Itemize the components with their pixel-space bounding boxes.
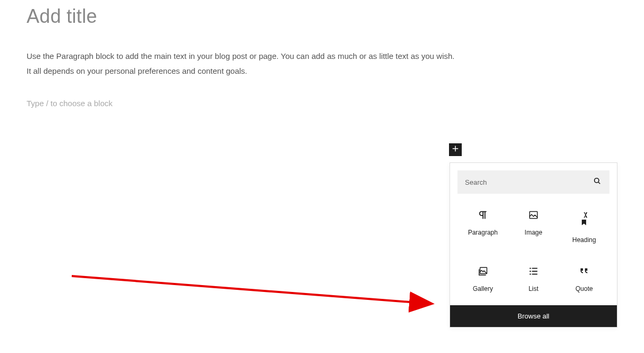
svg-rect-7 bbox=[530, 271, 531, 272]
plus-icon bbox=[451, 144, 460, 156]
search-box[interactable] bbox=[457, 170, 609, 194]
empty-block-placeholder[interactable]: Type / to choose a block bbox=[27, 99, 617, 108]
block-label: Paragraph bbox=[468, 229, 498, 236]
svg-rect-10 bbox=[532, 274, 537, 275]
paragraph-line: Use the Paragraph block to add the main … bbox=[27, 51, 454, 61]
block-inserter-popover: Paragraph Image Heading Gallery bbox=[450, 162, 617, 328]
editor-canvas: Add title Use the Paragraph block to add… bbox=[0, 0, 644, 113]
block-label: Quote bbox=[575, 285, 593, 292]
search-icon bbox=[592, 176, 602, 188]
block-label: Image bbox=[524, 229, 542, 236]
block-type-quote[interactable]: Quote bbox=[559, 260, 609, 296]
svg-point-0 bbox=[595, 178, 599, 183]
svg-line-12 bbox=[72, 276, 430, 304]
svg-rect-9 bbox=[530, 274, 531, 275]
paragraph-block[interactable]: Use the Paragraph block to add the main … bbox=[27, 49, 617, 79]
post-title-input[interactable]: Add title bbox=[27, 5, 617, 28]
block-label: Heading bbox=[572, 236, 596, 244]
quote-icon bbox=[578, 265, 590, 278]
image-icon bbox=[527, 209, 540, 221]
block-type-image[interactable]: Image bbox=[508, 203, 558, 247]
browse-all-button[interactable]: Browse all bbox=[450, 305, 617, 327]
paragraph-icon bbox=[477, 209, 489, 221]
search-container bbox=[450, 163, 617, 201]
block-type-gallery[interactable]: Gallery bbox=[457, 260, 508, 296]
search-input[interactable] bbox=[465, 178, 592, 186]
svg-line-1 bbox=[598, 182, 600, 184]
block-type-paragraph[interactable]: Paragraph bbox=[457, 203, 508, 247]
block-label: Gallery bbox=[473, 285, 493, 292]
annotation-arrow bbox=[69, 271, 441, 324]
list-icon bbox=[527, 265, 540, 278]
svg-rect-8 bbox=[532, 271, 537, 272]
paragraph-line: It all depends on your personal preferen… bbox=[27, 66, 247, 75]
block-type-heading[interactable]: Heading bbox=[559, 203, 609, 247]
gallery-icon bbox=[477, 265, 489, 278]
blocks-grid: Paragraph Image Heading Gallery bbox=[450, 201, 617, 305]
add-block-button[interactable] bbox=[449, 143, 462, 156]
block-type-list[interactable]: List bbox=[508, 260, 558, 296]
svg-rect-5 bbox=[530, 268, 531, 269]
block-label: List bbox=[529, 285, 539, 292]
svg-rect-6 bbox=[532, 268, 537, 269]
